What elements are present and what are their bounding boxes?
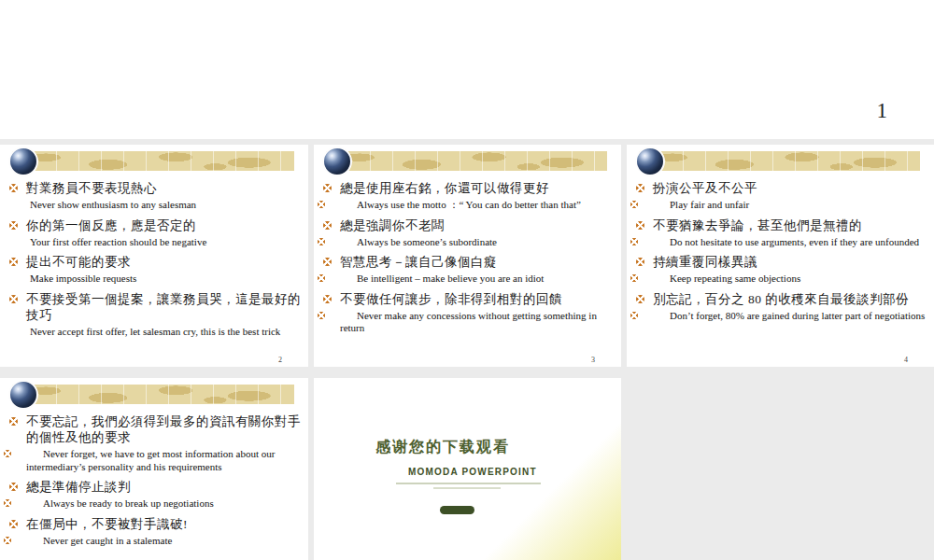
clover-bullet-icon xyxy=(4,499,11,507)
list-item: 總是強調你不老闆 Always be someone’s subordinate xyxy=(314,217,616,249)
bullet-text-zh: 總是準備停止談判 xyxy=(26,480,131,494)
list-item: 對業務員不要表現熱心 Never show enthusiasm to any … xyxy=(0,180,303,212)
bullet-text-en: Make impossible requests xyxy=(0,273,303,286)
globe-icon xyxy=(8,380,38,410)
bullet-text-zh: 總是強調你不老闆 xyxy=(340,218,445,232)
globe-icon xyxy=(8,147,38,176)
slide-page-number: 2 xyxy=(278,356,282,364)
globe-icon xyxy=(635,147,665,176)
slide-thumbnail-5[interactable]: 不要忘記，我們必須得到最多的資訊有關你對手的個性及他的要求 Never forg… xyxy=(0,378,308,560)
clover-bullet-icon xyxy=(323,184,332,192)
bullet-text-en: Do not hesitate to use arguments, even i… xyxy=(670,236,919,247)
bullet-text-en: Never forget, we have to get most inform… xyxy=(26,448,275,472)
slide-thumbnail-2[interactable]: 對業務員不要表現熱心 Never show enthusiasm to any … xyxy=(0,145,308,367)
clover-bullet-icon xyxy=(636,258,644,266)
fine-print-line-2 xyxy=(433,487,501,489)
bullet-text-zh: 不要忘記，我們必須得到最多的資訊有關你對手的個性及他的要求 xyxy=(26,414,301,444)
clover-bullet-icon xyxy=(630,201,638,208)
bullet-text-en: Play fair and unfair xyxy=(670,199,749,210)
list-item: 總是使用座右銘，你還可以做得更好 Always use the motto ：“… xyxy=(314,180,616,212)
bullet-text-en: Your first offer reaction should be nega… xyxy=(0,236,303,249)
list-item: 扮演公平及不公平 Play fair and unfair xyxy=(627,180,928,212)
slide-content: 扮演公平及不公平 Play fair and unfair 不要猶豫去爭論，甚至… xyxy=(627,178,928,322)
bullet-text-en: Never accept first offer, let salesman c… xyxy=(0,326,303,339)
clover-bullet-icon xyxy=(9,483,18,491)
clover-bullet-icon xyxy=(4,537,11,544)
slide-1-page-number: 1 xyxy=(877,99,888,123)
clover-bullet-icon xyxy=(9,221,18,230)
list-item: 智慧思考－讓自己像個白癡 Be intelligent – make belie… xyxy=(314,254,616,286)
bullet-text-en: Always be ready to break up negotiations xyxy=(43,497,214,509)
bullet-text-en: Always use the motto ：“ You can do bette… xyxy=(357,199,581,210)
green-pill-shape xyxy=(440,506,474,514)
clover-bullet-icon xyxy=(318,312,325,319)
bullet-text-en: Be intelligent – make believe you are an… xyxy=(357,273,544,284)
list-item: 不要接受第一個提案，讓業務員哭，這是最好的技巧 Never accept fir… xyxy=(0,291,303,339)
bullet-text-zh: 你的第一個反應，應是否定的 xyxy=(26,218,196,232)
clover-bullet-icon xyxy=(9,184,18,192)
list-item: 別忘記，百分之 80 的收穫來自最後談判部份 Don’t forget, 80%… xyxy=(627,291,928,323)
clover-bullet-icon xyxy=(323,295,332,303)
bullet-text-en: Never show enthusiasm to any salesman xyxy=(0,199,303,212)
world-map-banner xyxy=(326,151,607,171)
clover-bullet-icon xyxy=(318,274,325,282)
slide-page-number: 4 xyxy=(904,356,908,364)
clover-bullet-icon xyxy=(636,221,644,230)
clover-bullet-icon xyxy=(630,312,638,319)
clover-bullet-icon xyxy=(318,238,325,245)
bullet-text-zh: 智慧思考－讓自己像個白癡 xyxy=(340,255,497,269)
slide-content: 對業務員不要表現熱心 Never show enthusiasm to any … xyxy=(0,178,303,338)
bullet-text-zh: 不要做任何讓步，除非得到相對的回饋 xyxy=(340,292,562,306)
list-item: 持續重覆同樣異議 Keep repeating same objections xyxy=(627,254,928,286)
bullet-text-zh: 持續重覆同樣異議 xyxy=(653,255,757,269)
clover-bullet-icon xyxy=(630,274,638,282)
clover-bullet-icon xyxy=(630,238,638,245)
bullet-text-en: Always be someone’s subordinate xyxy=(357,236,497,247)
clover-bullet-icon xyxy=(4,450,11,457)
list-item: 不要做任何讓步，除非得到相對的回饋 Never make any concess… xyxy=(314,291,616,335)
bullet-text-zh: 對業務員不要表現熱心 xyxy=(26,181,157,195)
clover-bullet-icon xyxy=(636,295,644,303)
bullet-text-en: Don’t forget, 80% are gained during latt… xyxy=(670,310,925,321)
bullet-text-zh: 扮演公平及不公平 xyxy=(653,181,757,195)
bullet-text-zh: 提出不可能的要求 xyxy=(26,255,131,269)
globe-icon xyxy=(322,147,352,176)
clover-bullet-icon xyxy=(318,201,325,208)
bullet-text-zh: 不要接受第一個提案，讓業務員哭，這是最好的技巧 xyxy=(26,292,301,322)
fine-print-line-1 xyxy=(396,483,541,484)
slide-content: 不要忘記，我們必須得到最多的資訊有關你對手的個性及他的要求 Never forg… xyxy=(0,412,303,547)
world-map-banner xyxy=(639,151,920,171)
bullet-text-en: Keep repeating same objections xyxy=(670,273,800,284)
bullet-text-zh: 別忘記，百分之 80 的收穫來自最後談判部份 xyxy=(653,292,909,306)
bullet-text-zh: 不要猶豫去爭論，甚至他們是無禮的 xyxy=(653,218,862,232)
clover-bullet-icon xyxy=(9,295,18,303)
clover-bullet-icon xyxy=(323,258,332,266)
list-item: 不要忘記，我們必須得到最多的資訊有關你對手的個性及他的要求 Never forg… xyxy=(0,413,303,473)
bullet-text-zh: 總是使用座右銘，你還可以做得更好 xyxy=(340,181,549,195)
slide-page-number: 3 xyxy=(591,356,595,364)
list-item: 你的第一個反應，應是否定的 Your first offer reaction … xyxy=(0,217,303,249)
list-item: 不要猶豫去爭論，甚至他們是無禮的 Do not hesitate to use … xyxy=(627,217,928,249)
slide-content: 總是使用座右銘，你還可以做得更好 Always use the motto ：“… xyxy=(314,178,616,335)
clover-bullet-icon xyxy=(9,258,18,266)
bullet-text-en: Never get caught in a stalemate xyxy=(43,535,172,546)
bullet-text-en: Never make any concessions without getti… xyxy=(340,310,597,334)
thanks-subtitle: MOMODA POWERPOINT xyxy=(408,467,537,477)
clover-bullet-icon xyxy=(636,184,644,192)
slide-thumbnail-3[interactable]: 總是使用座右銘，你還可以做得更好 Always use the motto ：“… xyxy=(314,145,621,367)
list-item: 提出不可能的要求 Make impossible requests xyxy=(0,254,303,286)
clover-bullet-icon xyxy=(9,417,18,426)
clover-bullet-icon xyxy=(9,520,18,528)
list-item: 總是準備停止談判 Always be ready to break up neg… xyxy=(0,479,303,511)
bullet-text-zh: 在僵局中，不要被對手識破! xyxy=(26,517,188,531)
clover-bullet-icon xyxy=(323,221,332,230)
world-map-banner xyxy=(12,151,294,171)
thanks-title: 感谢您的下载观看 xyxy=(375,438,510,457)
slide-thumbnail-4[interactable]: 扮演公平及不公平 Play fair and unfair 不要猶豫去爭論，甚至… xyxy=(627,145,934,367)
slide-thumbnail-thanks[interactable]: 感谢您的下载观看 MOMODA POWERPOINT xyxy=(314,378,621,560)
world-map-banner xyxy=(12,385,294,404)
slide-1-bottom-area: 1 xyxy=(0,0,934,139)
list-item: 在僵局中，不要被對手識破! Never get caught in a stal… xyxy=(0,516,303,548)
